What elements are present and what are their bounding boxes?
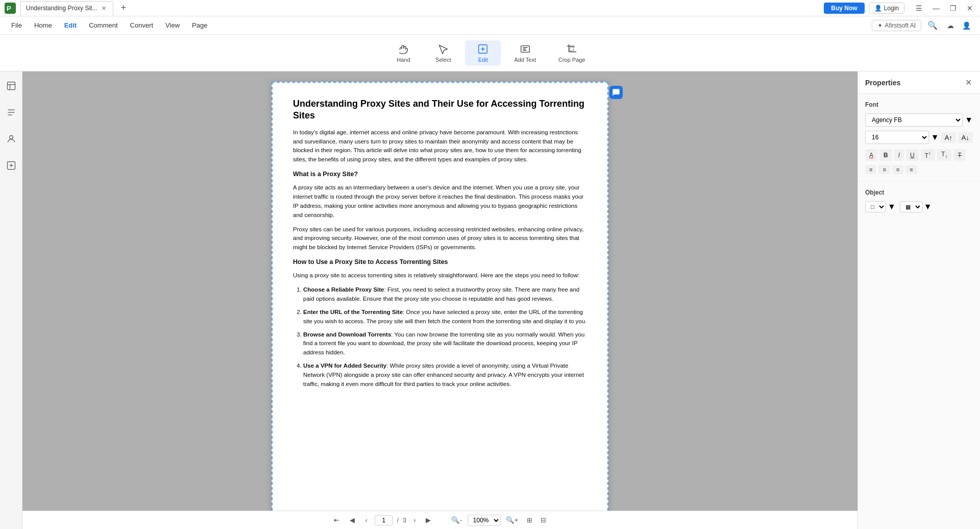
search-icon[interactable]: 🔍: [923, 18, 942, 32]
align-left-button[interactable]: ≡: [865, 165, 876, 174]
superscript-button[interactable]: T↑: [921, 149, 935, 161]
align-justify-button[interactable]: ≡: [905, 165, 917, 174]
next-page-button[interactable]: ▶: [423, 514, 434, 526]
edit-tool-button[interactable]: Edit: [465, 40, 501, 66]
text-color-button[interactable]: A: [865, 149, 877, 161]
prev-page-button[interactable]: ◀: [347, 514, 358, 526]
maximize-btn[interactable]: ❐: [947, 3, 960, 13]
font-size-select[interactable]: 16 8 10 12 14 18 24: [865, 131, 929, 144]
svg-text:P: P: [7, 5, 11, 12]
object-select-2[interactable]: ▦: [900, 201, 922, 212]
close-btn[interactable]: ✕: [964, 3, 976, 13]
tab-title: Understanding Proxy Sit...: [26, 5, 97, 12]
buy-now-button[interactable]: Buy Now: [824, 3, 864, 14]
page-viewer[interactable]: Understanding Proxy Sites and Their Use …: [22, 71, 857, 511]
menu-page[interactable]: Page: [187, 19, 212, 31]
fit-page-button[interactable]: ⊟: [537, 514, 549, 526]
login-button[interactable]: 👤 Login: [869, 3, 904, 14]
obj-dropdown-2: ▼: [924, 202, 932, 211]
svg-rect-4: [570, 47, 574, 51]
strikethrough-button[interactable]: T: [953, 149, 965, 161]
new-tab-btn[interactable]: +: [117, 3, 129, 13]
font-dropdown-icon: ▼: [965, 115, 973, 125]
section3-title: How to Use a Proxy Site to Access Torren…: [293, 257, 587, 267]
ai-label: Afirstsoft AI: [885, 22, 916, 29]
menu-convert[interactable]: Convert: [125, 19, 159, 31]
panel-close-button[interactable]: ✕: [964, 77, 973, 88]
sidebar-icon-1[interactable]: [3, 78, 19, 96]
menu-view[interactable]: View: [160, 19, 185, 31]
font-name-row: Agency FB Arial Times New Roman ▼: [865, 113, 973, 127]
menu-btn[interactable]: ☰: [913, 3, 925, 13]
minimize-btn[interactable]: —: [929, 3, 943, 13]
menu-edit[interactable]: Edit: [59, 19, 82, 31]
profile-icon[interactable]: 👤: [959, 20, 974, 31]
first-page-button[interactable]: ⇤: [331, 514, 342, 526]
font-size-row: 16 8 10 12 14 18 24 ▼ A↑ A↓: [865, 131, 973, 144]
hand-tool-button[interactable]: Hand: [385, 40, 421, 66]
align-center-button[interactable]: ≡: [878, 165, 890, 174]
zoom-in-button[interactable]: 🔍+: [503, 514, 522, 526]
underline-button[interactable]: U: [906, 149, 919, 161]
font-size-decrease-btn[interactable]: A↓: [958, 132, 973, 143]
page-container: Understanding Proxy Sites and Their Use …: [272, 82, 608, 511]
font-section-title: Font: [865, 101, 973, 108]
obj-dropdown-1: ▼: [888, 202, 896, 211]
page-number-input[interactable]: [375, 515, 393, 525]
align-buttons: ≡ ≡ ≡ ≡: [865, 165, 973, 174]
steps-list: Choose a Reliable Proxy Site: First, you…: [303, 285, 587, 389]
section1-body: A proxy site acts as an intermediary bet…: [293, 183, 587, 220]
object-select-1[interactable]: □: [865, 201, 886, 212]
zoom-controls: 🔍- 100% 75% 125% 150% 🔍+ ⊞ ⊟: [448, 514, 549, 526]
prev-page-btn2[interactable]: ‹: [362, 514, 370, 526]
tab-close-btn[interactable]: ✕: [100, 5, 108, 12]
page-separator: /: [397, 517, 399, 524]
hand-label: Hand: [397, 57, 410, 63]
sidebar-icon-4[interactable]: [3, 157, 19, 176]
panel-title: Properties: [865, 79, 900, 87]
object-section: Object □ ▼ ▦ ▼: [858, 182, 980, 220]
svg-rect-5: [7, 82, 15, 90]
main-area: Understanding Proxy Sites and Their Use …: [0, 71, 980, 529]
italic-button[interactable]: I: [894, 149, 904, 161]
step-4: Use a VPN for Added Security: While prox…: [303, 362, 587, 389]
chat-overlay-icon[interactable]: [609, 86, 623, 99]
step-2: Enter the URL of the Torrenting Site: On…: [303, 308, 587, 326]
cloud-icon[interactable]: ☁: [944, 20, 957, 31]
toolbar: Hand Select Edit Add Text Crop Page: [0, 35, 980, 71]
sidebar-icon-3[interactable]: [3, 131, 19, 149]
add-text-tool-button[interactable]: Add Text: [505, 40, 545, 66]
font-name-select[interactable]: Agency FB Arial Times New Roman: [865, 113, 963, 127]
total-pages: 3: [403, 517, 406, 524]
align-right-button[interactable]: ≡: [892, 165, 903, 174]
login-label: Login: [884, 5, 899, 12]
object-section-title: Object: [865, 189, 973, 196]
menu-home[interactable]: Home: [29, 19, 57, 31]
font-size-increase-btn[interactable]: A↑: [941, 132, 956, 143]
ai-button[interactable]: ✦ Afirstsoft AI: [872, 20, 921, 31]
bold-button[interactable]: B: [879, 149, 892, 161]
format-buttons: A B I U T↑ T↓ T: [865, 149, 973, 161]
object-control-1: □ ▼: [865, 201, 896, 212]
menubar: File Home Edit Comment Convert View Page…: [0, 16, 980, 35]
subscript-button[interactable]: T↓: [937, 149, 951, 161]
fit-width-button[interactable]: ⊞: [524, 514, 535, 526]
sidebar-icon-2[interactable]: [3, 104, 19, 123]
section3-intro: Using a proxy site to access torrenting …: [293, 271, 587, 280]
svg-point-6: [9, 135, 13, 139]
status-bar: ⇤ ◀ ‹ / 3 › ▶ 🔍- 100% 75% 125% 150% 🔍+ ⊞…: [22, 511, 857, 529]
next-page-btn[interactable]: ›: [410, 514, 419, 526]
step-3: Browse and Download Torrents: You can no…: [303, 330, 587, 357]
section1-title: What is a Proxy Site?: [293, 170, 587, 179]
select-tool-button[interactable]: Select: [425, 40, 461, 66]
panel-header: Properties ✕: [858, 71, 980, 94]
section2-body: Proxy sites can be used for various purp…: [293, 225, 587, 252]
active-tab[interactable]: Understanding Proxy Sit... ✕: [20, 1, 113, 15]
zoom-out-button[interactable]: 🔍-: [448, 514, 465, 526]
crop-page-tool-button[interactable]: Crop Page: [549, 40, 595, 66]
zoom-select[interactable]: 100% 75% 125% 150%: [468, 515, 501, 526]
window-controls: ☰ — ❐ ✕: [913, 3, 976, 13]
content-area: Understanding Proxy Sites and Their Use …: [22, 71, 857, 529]
menu-comment[interactable]: Comment: [84, 19, 122, 31]
menu-file[interactable]: File: [6, 19, 27, 31]
